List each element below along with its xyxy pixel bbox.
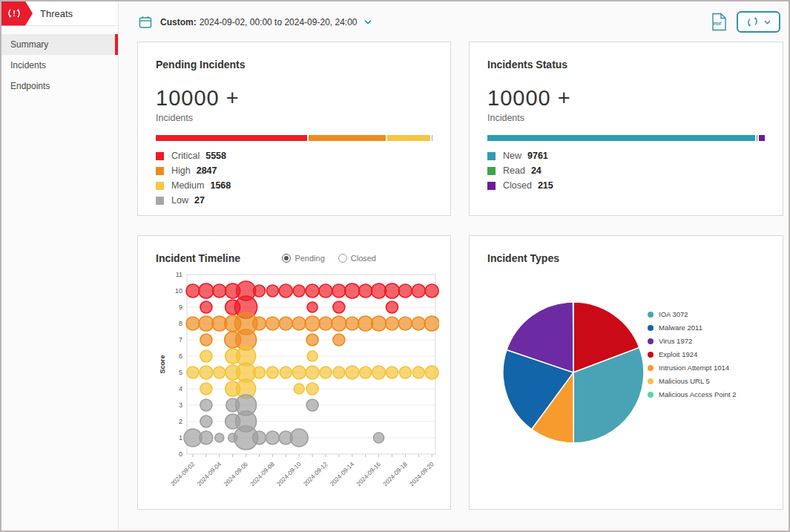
refresh-icon (746, 16, 759, 28)
status-legend: New9761Read24Closed215 (487, 151, 765, 191)
sidebar-header: ! Threats (1, 1, 118, 26)
radio-pending[interactable]: Pending (282, 254, 324, 263)
svg-text:2024-09-18: 2024-09-18 (382, 461, 409, 487)
card-title: Incident Timeline (156, 252, 240, 264)
pie-wrap (501, 300, 646, 448)
legend-row-low: Low27 (156, 195, 432, 206)
date-range-value: 2024-09-02, 00:00 to 2024-09-20, 24:00 (200, 17, 358, 27)
pending-incidents-count: 10000 + (156, 86, 432, 111)
severity-legend: Critical5558High2847Medium1568Low27 (156, 151, 432, 206)
pie-legend-label: Virus 1972 (659, 337, 692, 345)
pie-legend-label: IOA 3072 (659, 310, 688, 318)
timeline-filter-radios: PendingClosed (282, 254, 376, 263)
bar-segment-critical (156, 135, 307, 141)
pie-legend-row: Exploit 1924 (648, 350, 737, 358)
calendar-icon (139, 16, 152, 29)
cards-grid: Pending Incidents 10000 + Incidents Crit… (119, 34, 789, 510)
legend-swatch (487, 152, 496, 160)
svg-text:2024-09-02: 2024-09-02 (169, 461, 196, 487)
incident-types-body: IOA 3072Malware 2011Virus 1972Exploit 19… (487, 264, 765, 448)
incident-types-card: Incident Types IOA 3072Malware 2011Virus… (469, 235, 783, 510)
legend-label: New (503, 151, 521, 161)
card-title: Incidents Status (487, 59, 765, 70)
radio-label: Closed (351, 254, 376, 263)
pending-incidents-count-label: Incidents (156, 113, 432, 123)
bar-segment-low (432, 135, 432, 141)
radio-circle (282, 254, 291, 263)
incident-types-pie-chart (501, 300, 646, 445)
bar-segment-closed (759, 135, 765, 141)
pie-legend-row: Malicious Access Point 2 (648, 390, 737, 398)
pie-legend-row: Virus 1972 (648, 337, 737, 345)
legend-value: 24 (531, 165, 542, 176)
legend-row-critical: Critical5558 (156, 151, 432, 161)
radio-closed[interactable]: Closed (338, 254, 376, 263)
svg-text:2024-09-12: 2024-09-12 (302, 461, 329, 487)
sidebar-item-summary[interactable]: Summary (1, 34, 118, 55)
legend-row-new: New9761 (487, 151, 765, 161)
svg-text:11: 11 (176, 271, 182, 278)
legend-swatch (487, 182, 496, 190)
severity-stacked-bar (156, 135, 432, 141)
radio-label: Pending (294, 254, 324, 263)
svg-text:9: 9 (179, 303, 182, 311)
toolbar: Custom: 2024-09-02, 00:00 to 2024-09-20,… (119, 1, 789, 34)
date-range-prefix: Custom: (160, 17, 197, 27)
svg-text:2024-09-14: 2024-09-14 (329, 461, 355, 487)
legend-row-read: Read24 (487, 165, 765, 176)
legend-label: Medium (171, 180, 204, 191)
legend-label: Closed (503, 180, 532, 191)
legend-value: 9761 (527, 151, 548, 161)
refresh-button[interactable] (737, 11, 780, 33)
card-title: Incident Types (487, 252, 765, 264)
timeline-chart-wrap: 01234567891011Score2024-09-022024-09-042… (156, 269, 432, 494)
pie-legend-dot (648, 325, 654, 331)
date-chevron-down-icon (364, 19, 372, 24)
incident-timeline-bubble-chart: 01234567891011Score2024-09-022024-09-042… (156, 269, 439, 491)
bar-segment-read (757, 135, 757, 141)
svg-text:7: 7 (179, 336, 182, 344)
svg-text:3: 3 (179, 401, 182, 409)
legend-label: Critical (171, 151, 200, 161)
legend-value: 2847 (197, 165, 217, 176)
pie-legend-label: Malicious Access Point 2 (659, 390, 737, 398)
pie-legend-label: Malicious URL 5 (659, 377, 710, 385)
legend-label: Low (171, 195, 188, 206)
date-range-control[interactable]: Custom: 2024-09-02, 00:00 to 2024-09-20,… (139, 16, 372, 29)
status-stacked-bar (487, 135, 765, 141)
legend-swatch (156, 152, 164, 160)
svg-text:10: 10 (175, 287, 182, 295)
threats-banner: ! (1, 1, 33, 26)
svg-text:2024-09-04: 2024-09-04 (196, 461, 223, 487)
legend-row-closed: Closed215 (487, 180, 765, 191)
card-title: Pending Incidents (156, 59, 432, 70)
bar-segment-high (309, 135, 386, 141)
svg-text:2024-09-20: 2024-09-20 (409, 461, 435, 487)
legend-swatch (156, 167, 164, 175)
threats-dashboard-window: ! Threats SummaryIncidentsEndpoints Cust… (0, 0, 790, 532)
pie-legend-row: IOA 3072 (648, 310, 737, 318)
main-area: Custom: 2024-09-02, 00:00 to 2024-09-20,… (119, 1, 789, 531)
legend-swatch (487, 167, 496, 175)
svg-text:0: 0 (179, 450, 182, 458)
timeline-header: Incident Timeline PendingClosed (156, 252, 432, 264)
svg-text:Score: Score (159, 355, 166, 373)
export-pdf-button[interactable]: PDF (711, 13, 727, 31)
sidebar-item-incidents[interactable]: Incidents (1, 55, 118, 76)
incident-timeline-card: Incident Timeline PendingClosed 01234567… (137, 235, 451, 510)
legend-swatch (156, 197, 164, 205)
legend-row-medium: Medium1568 (156, 180, 432, 191)
incidents-status-count-label: Incidents (487, 113, 765, 123)
pie-legend-dot (648, 365, 654, 371)
svg-text:PDF: PDF (713, 22, 722, 26)
pie-legend-row: Malware 2011 (648, 324, 737, 332)
svg-text:2024-09-08: 2024-09-08 (249, 461, 276, 487)
svg-text:4: 4 (179, 385, 182, 393)
threats-icon: ! (7, 6, 22, 21)
pie-legend-dot (648, 312, 654, 318)
sidebar-nav: SummaryIncidentsEndpoints (1, 26, 118, 96)
pie-legend-label: Malware 2011 (659, 324, 702, 332)
sidebar-item-endpoints[interactable]: Endpoints (1, 76, 118, 96)
legend-value: 5558 (205, 151, 226, 161)
legend-swatch (156, 182, 164, 190)
